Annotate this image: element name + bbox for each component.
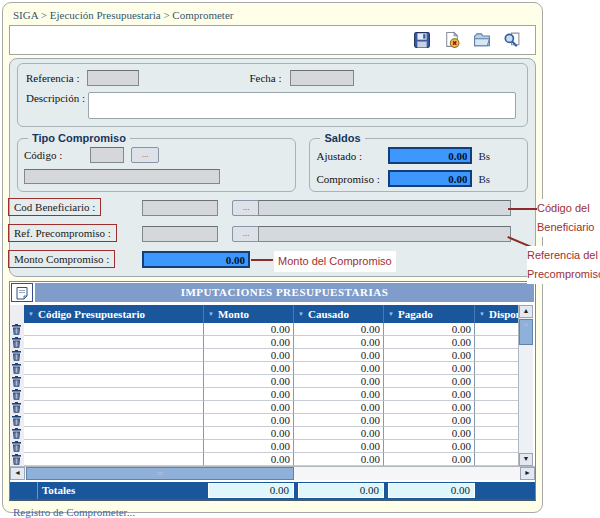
tipo-browse-button[interactable]: ...	[131, 147, 159, 163]
annotation-codigo-beneficiario: Código del Beneficiario	[537, 199, 599, 237]
codigo-label: Código :	[24, 149, 62, 161]
tipo-compromiso-legend: Tipo Compromiso	[28, 132, 130, 144]
table-row[interactable]: 0.00 0.00 0.00	[24, 401, 518, 414]
sort-icon[interactable]: ▼	[28, 311, 34, 317]
scroll-left-icon[interactable]: ◄	[10, 467, 25, 480]
column-header-causado[interactable]: ▼Causado	[294, 305, 384, 323]
sort-icon[interactable]: ▼	[298, 311, 304, 317]
table-row[interactable]: 0.00 0.00 0.00	[24, 414, 518, 427]
cod-beneficiario-label: Cod Beneficiario :	[8, 198, 101, 216]
table-row[interactable]: 0.00 0.00 0.00	[24, 323, 518, 336]
compromiso-currency: Bs	[478, 173, 490, 185]
delete-row-icon[interactable]	[10, 362, 23, 375]
delete-row-icon[interactable]	[10, 336, 23, 349]
totals-stub-cell	[10, 482, 38, 499]
referencia-input[interactable]	[87, 70, 139, 86]
table-row[interactable]: 0.00 0.00 0.00	[24, 349, 518, 362]
monto-compromiso-label: Monto Compromiso :	[8, 250, 115, 268]
beneficiario-browse-button[interactable]: ...	[232, 200, 260, 216]
search-icon[interactable]	[503, 31, 521, 49]
monto-compromiso-input[interactable]	[142, 251, 250, 268]
tipo-codigo-input[interactable]	[90, 147, 124, 163]
sort-icon[interactable]: ▼	[208, 311, 214, 317]
callout-line-monto	[251, 259, 273, 261]
compromiso-input[interactable]	[388, 170, 472, 187]
save-icon[interactable]	[413, 31, 431, 49]
delete-row-icon[interactable]	[10, 414, 23, 427]
cod-beneficiario-input[interactable]	[142, 200, 218, 216]
column-header-monto[interactable]: ▼Monto	[204, 305, 294, 323]
delete-row-icon[interactable]	[10, 323, 23, 336]
table-row[interactable]: 0.00 0.00 0.00	[24, 362, 518, 375]
referencia-label: Referencia :	[26, 72, 79, 84]
sort-icon[interactable]: ▼	[479, 311, 485, 317]
table-row[interactable]: 0.00 0.00 0.00	[24, 427, 518, 440]
delete-row-icon[interactable]	[10, 401, 23, 414]
saldos-legend: Saldos	[320, 132, 364, 144]
annotation-monto-compromiso: Monto del Compromiso	[274, 251, 396, 272]
column-header-codigo[interactable]: ▼Código Presupuestario	[24, 305, 204, 323]
delete-row-icon[interactable]	[10, 375, 23, 388]
ref-precompromiso-label: Ref. Precompromiso :	[8, 224, 117, 242]
reference-panel: Referencia : Fecha : Descripción :	[17, 63, 528, 127]
table-row[interactable]: 0.00 0.00 0.00	[24, 453, 518, 466]
column-header-disponible[interactable]: ▼Disponible	[475, 305, 518, 323]
scroll-down-icon[interactable]: ▼	[519, 453, 533, 466]
annotation-referencia-precompromiso: Referencia del Precompromiso	[527, 246, 600, 284]
vertical-scrollbar[interactable]: ▲ ⁙ ▼	[518, 305, 533, 466]
add-note-icon[interactable]	[11, 283, 33, 302]
open-folder-icon[interactable]	[473, 31, 491, 49]
compromiso-form: Referencia : Fecha : Descripción : Tipo …	[9, 58, 536, 277]
imputaciones-table-panel: IMPUTACIONES PRESUPUESTARIAS	[9, 281, 536, 501]
totals-row: Totales 0.00 0.00 0.00	[10, 482, 535, 499]
fecha-label: Fecha :	[249, 72, 281, 84]
table-row[interactable]: 0.00 0.00 0.00	[24, 336, 518, 349]
horizontal-scroll-thumb[interactable]: :::	[26, 467, 294, 480]
ajustado-currency: Bs	[478, 150, 490, 162]
saldos-fieldset: Saldos Ajustado : Bs Compromiso : Bs	[309, 132, 528, 192]
precompromiso-descripcion-field	[258, 226, 511, 242]
compromiso-label: Compromiso :	[316, 173, 388, 185]
cancel-record-icon[interactable]	[443, 31, 461, 49]
beneficiario-nombre-field	[258, 200, 511, 216]
descripcion-label: Descripción :	[26, 92, 85, 119]
precompromiso-browse-button[interactable]: ...	[232, 226, 260, 242]
ref-precompromiso-input[interactable]	[142, 226, 218, 242]
ajustado-input[interactable]	[388, 147, 472, 164]
tipo-descripcion-field	[24, 169, 220, 184]
sort-icon[interactable]: ▼	[388, 311, 394, 317]
imputaciones-grid: ▼Código Presupuestario ▼Monto ▼Causado ▼…	[24, 305, 518, 466]
total-causado: 0.00	[298, 483, 384, 498]
vertical-scroll-thumb[interactable]: ⁙	[519, 319, 533, 345]
toolbar	[9, 25, 536, 55]
table-row[interactable]: 0.00 0.00 0.00	[24, 388, 518, 401]
horizontal-scrollbar[interactable]: ◄ ::: ►	[10, 466, 535, 480]
delete-row-icon[interactable]	[10, 427, 23, 440]
status-bar: Registro de Comprometer...	[3, 501, 542, 518]
scroll-up-icon[interactable]: ▲	[519, 305, 533, 318]
trash-column	[10, 305, 24, 466]
scroll-right-icon[interactable]: ►	[520, 467, 535, 480]
grid-header: ▼Código Presupuestario ▼Monto ▼Causado ▼…	[24, 305, 518, 323]
total-pagado: 0.00	[388, 483, 475, 498]
grid-body: 0.00 0.00 0.00 0.00 0.00 0.00 0.00 0.00 …	[24, 323, 518, 466]
table-title: IMPUTACIONES PRESUPUESTARIAS	[35, 283, 534, 302]
descripcion-textarea[interactable]	[88, 92, 516, 119]
delete-row-icon[interactable]	[10, 440, 23, 453]
table-row[interactable]: 0.00 0.00 0.00	[24, 375, 518, 388]
totals-label: Totales	[38, 482, 206, 499]
delete-row-icon[interactable]	[10, 453, 23, 466]
delete-row-icon[interactable]	[10, 349, 23, 362]
breadcrumb: SIGA > Ejecución Presupuestaria > Compro…	[3, 3, 542, 25]
total-monto: 0.00	[208, 483, 294, 498]
fecha-input[interactable]	[290, 70, 354, 86]
tipo-compromiso-fieldset: Tipo Compromiso Código : ...	[17, 132, 296, 192]
ajustado-label: Ajustado :	[316, 150, 388, 162]
callout-line-beneficiario	[508, 208, 538, 210]
app-window: SIGA > Ejecución Presupuestaria > Compro…	[2, 2, 543, 513]
delete-row-icon[interactable]	[10, 388, 23, 401]
column-header-pagado[interactable]: ▼Pagado	[384, 305, 475, 323]
table-row[interactable]: 0.00 0.00 0.00	[24, 440, 518, 453]
